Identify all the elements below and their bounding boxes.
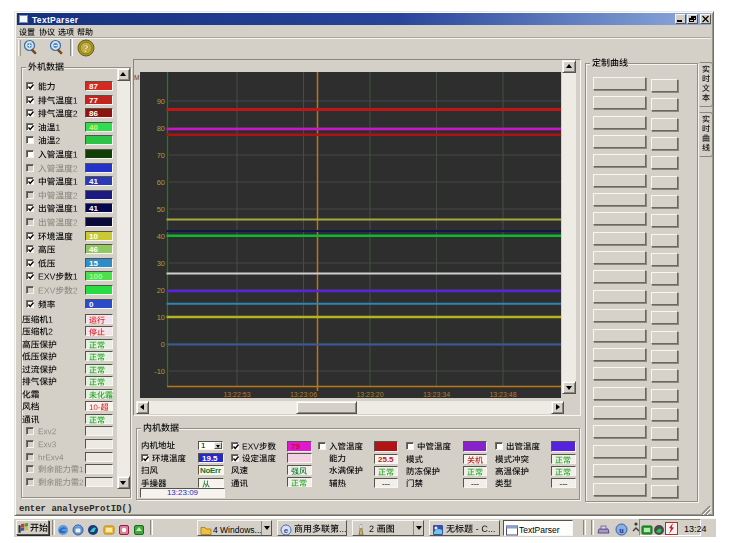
svg-text:70: 70 [157,151,165,160]
svg-text:M: M [134,74,139,81]
svg-text:13:23:34: 13:23:34 [423,391,450,398]
svg-text:20: 20 [157,286,165,295]
svg-text:e: e [284,526,289,535]
svg-text:80: 80 [157,124,165,133]
svg-text:13:23:06: 13:23:06 [290,391,317,398]
svg-text:13:23:48: 13:23:48 [489,391,516,398]
svg-text:30: 30 [157,259,165,268]
svg-text:90: 90 [157,97,165,106]
svg-text:-10: -10 [154,367,165,376]
svg-text:0: 0 [161,340,165,349]
svg-text:13:23:20: 13:23:20 [356,391,383,398]
svg-text:?: ? [83,43,88,54]
svg-text:u: u [619,526,624,535]
svg-text:10: 10 [157,313,165,322]
svg-text:40: 40 [157,232,165,241]
svg-text:13:22:53: 13:22:53 [223,391,250,398]
svg-text:50: 50 [157,205,165,214]
svg-text:60: 60 [157,178,165,187]
